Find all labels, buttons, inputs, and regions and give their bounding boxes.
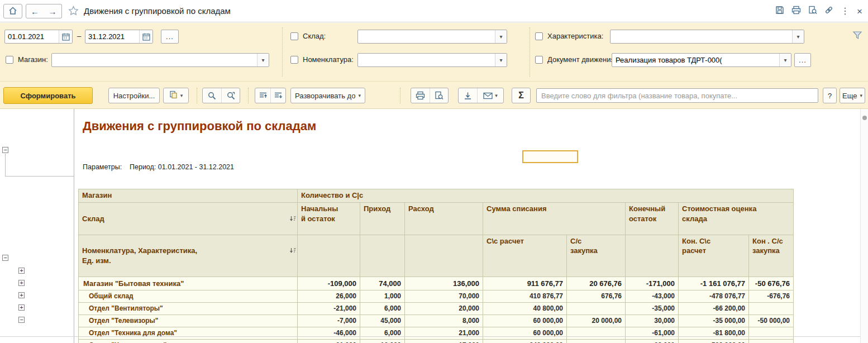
favorite-star-icon[interactable] bbox=[68, 6, 79, 18]
sklad-combo[interactable]: ▾ bbox=[357, 30, 507, 44]
sort-descending-icon[interactable] bbox=[289, 204, 296, 224]
sort-descending-icon[interactable] bbox=[289, 237, 296, 256]
cell[interactable]: 17,000 bbox=[405, 339, 483, 343]
cell[interactable]: -35,000 bbox=[626, 302, 679, 315]
cell[interactable]: 60 000,00 bbox=[483, 327, 567, 339]
row-name[interactable]: Отдел "Техника для дома" bbox=[79, 327, 298, 339]
header-empty-cell[interactable] bbox=[405, 235, 483, 277]
header-rashod[interactable]: Расход bbox=[405, 203, 483, 235]
header-nomenklatura[interactable]: Номенклатура, Характеристика, Ед. изм. bbox=[79, 235, 298, 277]
cell[interactable]: 20 676,76 bbox=[567, 277, 626, 290]
cell[interactable]: 6,000 bbox=[360, 327, 405, 339]
print-icon[interactable] bbox=[791, 6, 801, 17]
header-empty-cell[interactable] bbox=[360, 235, 405, 277]
chevron-down-icon[interactable]: ▾ bbox=[495, 30, 507, 43]
row-name[interactable]: Общий склад bbox=[79, 290, 298, 302]
header-kon-ostatok[interactable]: Конечный остаток bbox=[626, 203, 679, 235]
magazin-combo[interactable]: ▾ bbox=[51, 53, 269, 67]
collapse-report-box[interactable]: − bbox=[2, 147, 8, 153]
cell[interactable]: 70,000 bbox=[405, 290, 483, 302]
header-magazin[interactable]: Магазин bbox=[79, 189, 298, 203]
cell[interactable]: -62,000 bbox=[626, 339, 679, 343]
cell[interactable]: 20 000,00 bbox=[567, 315, 626, 327]
cell[interactable]: -50 676,76 bbox=[749, 277, 794, 290]
settings-button[interactable]: Настройки... bbox=[108, 88, 160, 103]
cell[interactable]: 410 876,77 bbox=[483, 290, 567, 302]
header-ss-raschet[interactable]: С\с расчет bbox=[483, 235, 567, 277]
link-icon[interactable] bbox=[824, 6, 833, 17]
generate-button[interactable]: Сформировать bbox=[3, 87, 93, 104]
preview-icon[interactable] bbox=[808, 6, 817, 17]
forward-button[interactable]: → bbox=[44, 4, 62, 18]
cell[interactable]: -21,000 bbox=[298, 302, 360, 315]
cell[interactable]: -61,000 bbox=[626, 327, 679, 339]
harakteristika-checkbox[interactable] bbox=[535, 32, 543, 40]
print-icon[interactable] bbox=[411, 88, 430, 103]
expand-row-box[interactable]: + bbox=[18, 280, 25, 286]
cell[interactable]: -66 200,00 bbox=[679, 302, 749, 315]
period-to-input[interactable] bbox=[85, 32, 139, 41]
row-name[interactable]: Отдел "Холодильники" bbox=[79, 339, 298, 343]
cell[interactable]: 74,000 bbox=[360, 277, 405, 290]
cell[interactable] bbox=[749, 302, 794, 315]
sklad-checkbox[interactable] bbox=[290, 32, 298, 40]
header-prihod[interactable]: Приход bbox=[360, 203, 405, 235]
cell[interactable]: 60 000,00 bbox=[483, 315, 567, 327]
cell[interactable]: 676,76 bbox=[567, 290, 626, 302]
period-more-button[interactable]: ... bbox=[161, 30, 179, 44]
row-name[interactable]: Отдел "Телевизоры" bbox=[79, 315, 298, 327]
cell[interactable]: 30,000 bbox=[626, 315, 679, 327]
cell[interactable]: -676,76 bbox=[749, 290, 794, 302]
expand-to-button[interactable]: Разворачивать до ▾ bbox=[290, 88, 365, 103]
dokument-checkbox[interactable] bbox=[535, 56, 543, 64]
header-sklad[interactable]: Склад bbox=[79, 203, 298, 235]
cell[interactable]: -81 800,00 bbox=[679, 327, 749, 339]
cell[interactable]: -500 000,00 bbox=[679, 339, 749, 343]
header-ss-zakupka[interactable]: С/с закупка bbox=[567, 235, 626, 277]
dokument-more-button[interactable]: ... bbox=[794, 53, 811, 67]
chevron-down-icon[interactable]: ▾ bbox=[495, 54, 507, 66]
header-stoimostnaya-ocenka[interactable]: Стоимостная оценка склада bbox=[679, 203, 794, 235]
cell[interactable]: 20,000 bbox=[405, 302, 483, 315]
header-summa-spisaniya[interactable]: Сумма списания bbox=[483, 203, 626, 235]
collapse-groups-icon[interactable] bbox=[255, 88, 270, 103]
magazin-checkbox[interactable] bbox=[6, 56, 13, 64]
nomenklatura-checkbox[interactable] bbox=[290, 56, 298, 64]
cell[interactable]: -50 000,00 bbox=[749, 315, 794, 327]
cell[interactable]: 136,000 bbox=[405, 277, 483, 290]
send-mail-button[interactable]: ▾ bbox=[477, 88, 503, 103]
search-next-icon[interactable] bbox=[221, 88, 240, 103]
cell[interactable]: -109,000 bbox=[298, 277, 360, 290]
chevron-down-icon[interactable]: ▾ bbox=[792, 30, 804, 43]
row-name[interactable]: Магазин "Бытовая техника" bbox=[79, 277, 298, 290]
cell[interactable]: 16,000 bbox=[360, 339, 405, 343]
cell[interactable]: -61,000 bbox=[298, 339, 360, 343]
cell[interactable]: -7,000 bbox=[298, 315, 360, 327]
collapse-group-box[interactable]: − bbox=[2, 255, 8, 261]
cell[interactable]: -478 076,77 bbox=[679, 290, 749, 302]
back-button[interactable]: ← bbox=[26, 4, 44, 18]
cell[interactable]: 8,000 bbox=[405, 315, 483, 327]
save-file-icon[interactable] bbox=[459, 88, 477, 103]
cell[interactable] bbox=[749, 327, 794, 339]
cell[interactable]: 1,000 bbox=[360, 290, 405, 302]
expand-groups-icon[interactable] bbox=[270, 88, 285, 103]
cell[interactable] bbox=[567, 302, 626, 315]
expand-row-box[interactable]: + bbox=[18, 304, 25, 311]
cell[interactable] bbox=[567, 339, 626, 343]
period-from-input[interactable] bbox=[5, 32, 59, 41]
cell[interactable]: 911 676,77 bbox=[483, 277, 567, 290]
cell[interactable]: -46,000 bbox=[298, 327, 360, 339]
cell[interactable]: 45,000 bbox=[360, 315, 405, 327]
expand-row-box[interactable]: + bbox=[18, 268, 25, 274]
header-kon-ss-zakupka[interactable]: Кон . С/с закупка bbox=[749, 235, 794, 277]
more-actions-button[interactable]: Еще ▾ bbox=[840, 88, 865, 103]
cell[interactable]: -171,000 bbox=[626, 277, 679, 290]
cell[interactable]: 40 800,00 bbox=[483, 302, 567, 315]
home-button[interactable] bbox=[3, 4, 22, 18]
cell[interactable]: -1 161 076,77 bbox=[679, 277, 749, 290]
header-empty-cell[interactable] bbox=[298, 235, 360, 277]
cell[interactable]: 26,000 bbox=[298, 290, 360, 302]
selected-cell-highlight[interactable] bbox=[522, 150, 578, 163]
more-menu-icon[interactable]: ⋮ bbox=[841, 7, 850, 16]
